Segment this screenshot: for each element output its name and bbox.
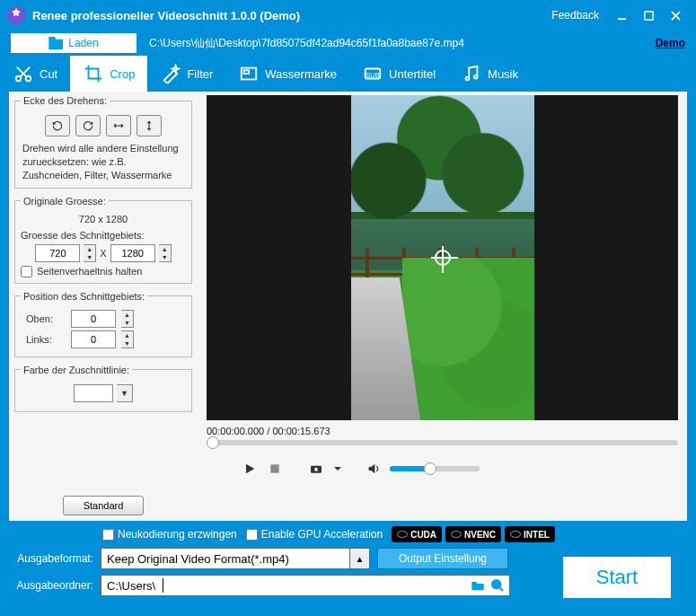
crop-icon — [83, 63, 104, 84]
output-folder-input[interactable]: C:\Users\ — [101, 575, 510, 596]
mute-button[interactable] — [365, 460, 383, 478]
tab-crop-label: Crop — [110, 67, 135, 81]
flip-vertical-button[interactable] — [137, 115, 162, 136]
force-reencode-checkbox[interactable] — [102, 529, 114, 541]
crop-color-swatch[interactable] — [74, 384, 113, 402]
color-legend: Farbe der Zuschnittlinie: — [21, 365, 132, 375]
tab-filter[interactable]: Filter — [147, 56, 225, 92]
seek-slider[interactable] — [207, 440, 678, 445]
titlebar: Renee professioneller Videoschnitt 1.0.0… — [0, 0, 696, 31]
crop-height-input[interactable] — [110, 244, 155, 262]
tab-subtitle-label: Untertitel — [389, 67, 436, 81]
position-legend: Position des Schnittgebiets: — [21, 291, 147, 302]
browse-folder-icon[interactable] — [470, 577, 486, 594]
folder-icon — [48, 37, 63, 49]
crosshair-icon — [435, 250, 451, 266]
app-title: Renee professioneller Videoschnitt 1.0.0… — [32, 9, 551, 22]
search-folder-icon[interactable] — [489, 577, 506, 594]
svg-point-8 — [466, 77, 470, 81]
color-group: Farbe der Zuschnittlinie: ▼ — [14, 365, 192, 412]
time-display: 00:00:00.000 / 00:00:15.673 — [207, 426, 678, 436]
snapshot-button[interactable] — [307, 460, 325, 478]
filepath-display: C:\Users\仙仙\Desktop\7fd85075df42ad94c65f… — [149, 36, 643, 51]
gpu-badges: CUDA NVENC INTEL — [392, 526, 555, 542]
tab-music[interactable]: Musik — [448, 56, 531, 92]
load-button[interactable]: Laden — [11, 33, 137, 53]
rotate-hint: Drehen wird alle andere Einstellung zuru… — [21, 142, 186, 182]
size-group: Originale Groesse: 720 x 1280 Groesse de… — [14, 196, 192, 284]
force-reencode-label: Neukodierung erzwingen — [118, 528, 237, 541]
feedback-link[interactable]: Feedback — [551, 9, 599, 22]
gpu-accel-label: Enable GPU Acceleration — [261, 528, 383, 541]
video-preview[interactable] — [207, 95, 678, 420]
crop-color-dropdown[interactable]: ▼ — [117, 384, 133, 402]
tab-cut-label: Cut — [40, 67, 57, 81]
svg-rect-10 — [270, 464, 278, 472]
crop-height-stepper[interactable]: ▲▼ — [159, 244, 172, 262]
tab-watermark-label: Wassermarke — [265, 67, 337, 81]
position-group: Position des Schnittgebiets: Oben: ▲▼ Li… — [14, 291, 192, 357]
pos-top-input[interactable] — [71, 310, 116, 328]
nvenc-badge: NVENC — [445, 526, 501, 542]
tab-music-label: Musik — [488, 67, 518, 81]
pos-left-stepper[interactable]: ▲▼ — [121, 330, 134, 348]
svg-rect-1 — [644, 11, 652, 19]
load-row: Laden C:\Users\仙仙\Desktop\7fd85075df42ad… — [0, 31, 696, 56]
gpu-accel-checkbox[interactable] — [246, 529, 258, 541]
work-area: Ecke des Drehens: Drehen wird alle ander… — [9, 92, 687, 521]
pos-left-label: Links: — [21, 334, 66, 345]
preview-panel: 00:00:00.000 / 00:00:15.673 — [198, 92, 687, 521]
output-folder-value: C:\Users\ — [107, 579, 155, 593]
pos-left-input[interactable] — [71, 330, 116, 348]
maximize-button[interactable] — [635, 2, 662, 29]
size-x-label: X — [100, 248, 106, 259]
output-folder-label: Ausgabeordner: — [13, 579, 93, 592]
app-logo-icon — [7, 6, 25, 24]
tab-crop[interactable]: Crop — [70, 56, 147, 92]
demo-link[interactable]: Demo — [656, 37, 685, 49]
start-button[interactable]: Start — [563, 557, 671, 598]
output-format-value: Keep Original Video Format(*.mp4) — [107, 552, 289, 566]
flip-horizontal-button[interactable] — [106, 115, 131, 136]
play-button[interactable] — [241, 460, 259, 478]
original-size-legend: Originale Groesse: — [21, 196, 109, 207]
svg-point-9 — [474, 75, 478, 79]
music-icon — [461, 63, 482, 84]
snapshot-dropdown[interactable] — [332, 460, 343, 478]
minimize-button[interactable] — [608, 2, 635, 29]
rotate-ccw-button[interactable] — [75, 115, 101, 136]
load-button-label: Laden — [68, 37, 98, 49]
tab-filter-label: Filter — [187, 67, 213, 81]
close-button[interactable] — [662, 2, 689, 29]
subtitle-icon: SUB — [362, 63, 383, 84]
seek-thumb[interactable] — [207, 436, 219, 449]
cuda-badge: CUDA — [392, 526, 442, 542]
pos-top-label: Oben: — [21, 313, 66, 324]
tab-watermark[interactable]: Wassermarke — [225, 56, 349, 92]
pos-top-stepper[interactable]: ▲▼ — [121, 310, 134, 328]
output-settings-button[interactable]: Output Einstellung — [377, 548, 508, 569]
force-reencode-row[interactable]: Neukodierung erzwingen — [102, 528, 237, 541]
svg-rect-0 — [617, 18, 625, 20]
wand-icon — [160, 63, 181, 84]
stop-button[interactable] — [266, 460, 284, 478]
gpu-accel-row[interactable]: Enable GPU Acceleration — [246, 528, 383, 541]
crop-width-input[interactable] — [35, 244, 80, 262]
volume-thumb[interactable] — [424, 462, 436, 475]
scissors-icon — [13, 63, 34, 84]
svg-point-12 — [314, 468, 318, 471]
svg-point-13 — [492, 580, 500, 588]
chevron-up-icon[interactable]: ▲ — [349, 549, 369, 568]
watermark-icon — [238, 63, 260, 84]
left-panel: Ecke des Drehens: Drehen wird alle ander… — [9, 92, 198, 521]
tab-cut[interactable]: Cut — [0, 56, 70, 92]
intel-badge: INTEL — [505, 526, 555, 542]
keep-ratio-checkbox[interactable] — [21, 266, 32, 277]
output-format-combo[interactable]: Keep Original Video Format(*.mp4)▲ — [101, 548, 370, 569]
crop-width-stepper[interactable]: ▲▼ — [84, 244, 96, 262]
output-format-label: Ausgabeformat: — [13, 552, 93, 565]
tab-subtitle[interactable]: SUBUntertitel — [349, 56, 448, 92]
standard-button[interactable]: Standard — [63, 496, 144, 515]
volume-slider[interactable] — [390, 466, 480, 471]
rotate-cw-button[interactable] — [45, 115, 70, 136]
